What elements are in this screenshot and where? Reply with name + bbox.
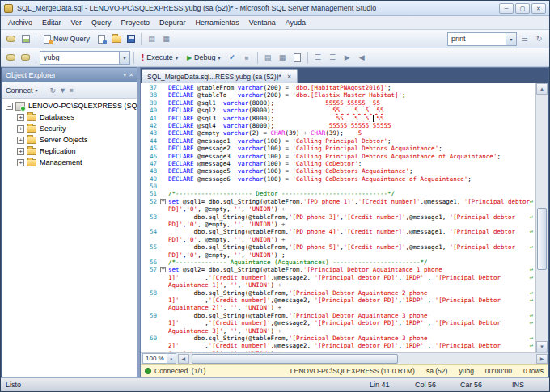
code-row[interactable]: PD]','0', @empty, '', 'UNION') + (141, 236, 535, 243)
code-row[interactable]: PD]','0', @empty, '', 'UNION') ; (141, 251, 535, 259)
comment-icon[interactable]: ☰ (311, 51, 325, 65)
new-query-button[interactable]: New Query (40, 34, 94, 44)
expand-icon[interactable]: + (17, 125, 24, 133)
connect-button[interactable]: Connect ▾ (6, 86, 38, 95)
code-row[interactable]: 2]' ,'[Credit number]',@message2, '[Prin… (141, 342, 535, 349)
code-row[interactable]: 46DECLARE @message3 varchar(100) = 'Call… (141, 153, 535, 160)
navigate-icon[interactable]: ↻ (532, 32, 546, 46)
tree-item-replication[interactable]: +Replication (2, 145, 137, 157)
connect-object-explorer-icon[interactable] (4, 32, 18, 46)
maximize-icon[interactable]: ▢ (515, 3, 530, 14)
code-row[interactable]: 41DECLARE @sql3 varchar(8000); 55 5 5 55 (141, 115, 535, 122)
tree-item-security[interactable]: +Security (2, 123, 137, 134)
zoom-combo[interactable]: 100 % ▾ (142, 353, 176, 364)
save-icon[interactable] (124, 32, 138, 46)
code-editor[interactable]: 37DECLARE @tableFrom varchar(200) = 'dbo… (141, 83, 535, 352)
code-row[interactable]: 1]' ,'[Credit number]',@message2, '[Prin… (141, 319, 535, 327)
tree-item-management[interactable]: +Management (2, 157, 137, 168)
outdent-icon[interactable]: ◀ (355, 51, 369, 65)
code-row[interactable]: 58 dbo.sql_String(@tableFrom,'[Principal… (141, 289, 535, 297)
debug-button[interactable]: ▶ Debug ▾ (183, 53, 225, 62)
execute-button[interactable]: ! Execute ▾ (138, 53, 182, 63)
print-combo[interactable]: print ▾ (447, 32, 517, 46)
code-row[interactable]: 59 dbo.sql_String(@tableFrom,'[Principal… (141, 312, 535, 319)
connect-icon[interactable] (4, 51, 18, 65)
code-row[interactable]: 39DECLARE @sql1 varchar(8000); 55555 555… (141, 99, 535, 107)
results-to-grid-icon[interactable]: ▦ (276, 51, 290, 65)
code-row[interactable]: 60 dbo.sql_String(@tableFrom,'[Principal… (141, 335, 535, 342)
code-row[interactable]: 1]' ,'[Credit number]',@message2, '[Prin… (141, 274, 535, 281)
code-row[interactable]: Aquaintance 3]', '', 'UNION') + (141, 327, 535, 335)
chevron-down-icon[interactable]: ▾ (506, 33, 516, 45)
database-engine-query-icon[interactable] (95, 32, 108, 46)
menu-archivo[interactable]: Archivo (3, 16, 37, 29)
menu-ver[interactable]: Ver (66, 16, 87, 29)
expand-icon[interactable]: + (17, 137, 24, 144)
code-row[interactable]: 48DECLARE @message5 varchar(100) = 'Call… (141, 167, 535, 175)
results-to-text-icon[interactable]: ▤ (145, 32, 159, 46)
filter-icon[interactable]: ▼ (59, 86, 66, 95)
code-row[interactable]: PD]','0', @empty, '', 'UNION') + (141, 221, 535, 228)
activity-monitor-icon[interactable] (19, 32, 32, 46)
menu-depurar[interactable]: Depurar (154, 16, 191, 29)
chevron-down-icon[interactable]: ▾ (167, 354, 176, 363)
code-row[interactable]: Aquaintance 2]', '', 'UNION') + (141, 304, 535, 311)
code-row[interactable]: 38DECLARE @tableTo varchar(200) = 'dbo.[… (141, 91, 535, 99)
menu-proyecto[interactable]: Proyecto (116, 16, 155, 29)
code-row[interactable]: 37DECLARE @tableFrom varchar(200) = 'dbo… (141, 84, 535, 91)
refresh-icon[interactable]: ↻ (50, 86, 57, 95)
expand-icon[interactable]: + (17, 114, 24, 121)
expand-icon[interactable]: + (17, 148, 24, 155)
uncomment-icon[interactable]: ☰ (326, 51, 340, 65)
code-row[interactable]: 45DECLARE @message2 varchar(100) = 'Call… (141, 145, 535, 152)
code-row[interactable]: 50 (141, 183, 535, 190)
collapse-region-icon[interactable]: − (160, 199, 166, 204)
menu-query[interactable]: Query (87, 16, 116, 29)
change-connection-icon[interactable] (19, 51, 32, 65)
code-row[interactable]: 55 dbo.sql_String(@tableFrom,'[PD phone … (141, 243, 535, 251)
results-to-grid-icon[interactable]: ▦ (159, 32, 173, 46)
tree-root-server[interactable]: −LENOVO-PC\SQLEXPRESS (SQL Server 11. (2, 100, 137, 112)
menu-herramientas[interactable]: Herramientas (191, 16, 244, 29)
scroll-down-icon[interactable]: ▼ (536, 341, 548, 352)
database-combo[interactable]: yubg ▾ (40, 51, 130, 65)
code-row[interactable]: 51/*--------------------- Dedtor -------… (141, 190, 535, 197)
find-icon[interactable]: ☰ (518, 32, 531, 46)
minimize-icon[interactable]: ─ (499, 3, 514, 14)
code-row[interactable]: 49DECLARE @message6 varchar(100) = 'Call… (141, 175, 535, 183)
chevron-down-icon[interactable]: ▾ (119, 52, 129, 64)
code-row[interactable]: 52−set @sql1= dbo.sql_String(@tableFrom,… (141, 198, 535, 205)
code-row[interactable]: PD]','0', @empty, '', 'UNION') + (141, 205, 535, 213)
tab-close-icon[interactable]: ✕ (287, 74, 292, 80)
open-file-icon[interactable] (109, 32, 123, 46)
menu-editar[interactable]: Editar (37, 16, 66, 29)
expand-icon[interactable]: + (17, 159, 24, 166)
horizontal-scroll-thumb[interactable] (192, 354, 398, 364)
code-row[interactable]: 53 dbo.sql_String(@tableFrom,'[PD phone … (141, 213, 535, 221)
chevron-down-icon[interactable]: ▾ (124, 72, 127, 78)
close-icon[interactable]: ✕ (531, 3, 546, 14)
code-row[interactable]: 44DECLARE @message1 varchar(100) = 'Call… (141, 137, 535, 145)
code-row[interactable]: 42DECLARE @sql4 varchar(8000); 55555 555… (141, 122, 535, 129)
vertical-scrollbar[interactable]: ▲ ▼ (535, 83, 548, 352)
code-row[interactable]: 43DECLARE @empty varchar(2) = CHAR(39) +… (141, 129, 535, 137)
cancel-query-icon[interactable]: ■ (240, 51, 254, 65)
scroll-right-icon[interactable]: ▶ (536, 354, 548, 364)
code-row[interactable]: Aquaintance 1]', '', 'UNION') + (141, 281, 535, 289)
horizontal-scrollbar[interactable]: 100 % ▾ ◀ ▶ (141, 352, 548, 364)
menu-ayuda[interactable]: Ayuda (281, 16, 311, 29)
tree-item-databases[interactable]: +Databases (2, 112, 137, 123)
results-to-file-icon[interactable] (290, 51, 304, 65)
indent-icon[interactable]: ▶ (341, 51, 354, 65)
vertical-scroll-thumb[interactable] (537, 208, 547, 269)
code-row[interactable]: 47DECLARE @message4 varchar(100) = 'Call… (141, 160, 535, 167)
scroll-left-icon[interactable]: ◀ (178, 354, 189, 364)
object-explorer-header[interactable]: Object Explorer ▾ ✕ (2, 68, 137, 82)
code-row[interactable]: 56/*-------------- Aquaintance (Acquaint… (141, 259, 535, 266)
results-to-text-icon[interactable]: ▤ (261, 51, 275, 65)
document-tab[interactable]: SQL_MergeData.sql...RESS.yubg (sa (52))*… (142, 69, 298, 83)
tree-item-server-objects[interactable]: +Server Objects (2, 134, 137, 145)
code-row[interactable]: 40DECLARE @sql2 varchar(8000); 55 5 5 55 (141, 107, 535, 114)
parse-icon[interactable]: ✓ (226, 51, 239, 65)
menu-ventana[interactable]: Ventana (244, 16, 281, 29)
